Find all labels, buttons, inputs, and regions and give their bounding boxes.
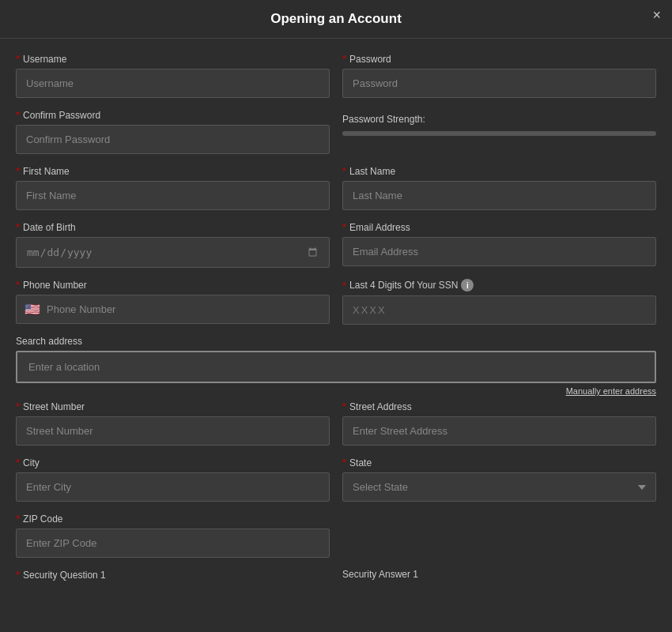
confirm-password-label: * Confirm Password: [16, 109, 330, 121]
phone-input[interactable]: [47, 295, 321, 323]
username-label: * Username: [16, 53, 330, 65]
col-zip: * ZIP Code: [16, 513, 330, 558]
phone-required-star: *: [16, 279, 20, 291]
city-label: * City: [16, 457, 330, 468]
row-confirm-password: * Confirm Password Password Strength:: [16, 109, 656, 154]
state-label: * State: [342, 457, 656, 468]
row-dob-email: * Date of Birth * Email Address: [16, 221, 656, 268]
col-email: * Email Address: [342, 221, 656, 268]
col-street-address: * Street Address: [342, 401, 656, 446]
password-input[interactable]: [342, 69, 656, 98]
phone-label: * Phone Number: [16, 279, 330, 291]
col-password: * Password: [342, 53, 656, 98]
row-name: * First Name * Last Name: [16, 165, 656, 210]
phone-input-wrapper: 🇺🇸: [16, 295, 330, 324]
col-phone: * Phone Number 🇺🇸: [16, 279, 330, 325]
dob-input[interactable]: [16, 237, 330, 268]
row-username-password: * Username * Password: [16, 53, 656, 98]
col-last-name: * Last Name: [342, 165, 656, 210]
street-number-required-star: *: [16, 401, 20, 412]
col-ssn: * Last 4 Digits Of Your SSN i: [342, 279, 656, 325]
col-city: * City: [16, 457, 330, 502]
security-q1-required-star: *: [16, 569, 20, 581]
street-number-label: * Street Number: [16, 401, 330, 412]
search-address-label: Search address: [16, 336, 656, 347]
last-name-required-star: *: [342, 165, 346, 177]
first-name-input[interactable]: [16, 181, 330, 210]
password-label: * Password: [342, 53, 656, 65]
password-strength-bar: [342, 131, 656, 136]
confirm-password-input[interactable]: [16, 125, 330, 154]
password-strength-label: Password Strength:: [342, 114, 656, 125]
col-street-number: * Street Number: [16, 401, 330, 446]
email-required-star: *: [342, 221, 346, 233]
dob-required-star: *: [16, 221, 20, 233]
modal-container: Opening an Account × * Username * Passwo…: [0, 0, 672, 632]
dob-label: * Date of Birth: [16, 221, 330, 233]
col-username: * Username: [16, 53, 330, 98]
col-search-address: Search address Manually enter address: [16, 336, 656, 397]
username-input[interactable]: [16, 69, 330, 98]
modal-body: * Username * Password * Confirm Password: [0, 39, 672, 610]
zip-required-star: *: [16, 513, 20, 525]
street-address-required-star: *: [342, 401, 346, 412]
ssn-label: * Last 4 Digits Of Your SSN i: [342, 279, 656, 292]
col-state: * State Select StateAlabamaAlaskaArizona…: [342, 457, 656, 502]
state-select[interactable]: Select StateAlabamaAlaskaArizonaArkansas…: [342, 472, 656, 502]
col-dob: * Date of Birth: [16, 221, 330, 268]
email-label: * Email Address: [342, 221, 656, 233]
row-search-address: Search address Manually enter address: [16, 336, 656, 397]
col-first-name: * First Name: [16, 165, 330, 210]
state-required-star: *: [342, 457, 346, 468]
email-input[interactable]: [342, 237, 656, 266]
col-security-question: * Security Question 1: [16, 569, 330, 585]
ssn-input[interactable]: [342, 295, 656, 325]
modal-header: Opening an Account ×: [0, 0, 672, 39]
col-password-strength: Password Strength:: [342, 109, 656, 154]
first-name-required-star: *: [16, 165, 20, 177]
us-flag-icon: 🇺🇸: [25, 302, 40, 317]
col-zip-spacer: [342, 513, 656, 558]
street-address-label: * Street Address: [342, 401, 656, 412]
row-security: * Security Question 1 Security Answer 1: [16, 569, 656, 585]
city-input[interactable]: [16, 472, 330, 502]
zip-input[interactable]: [16, 529, 330, 558]
row-street: * Street Number * Street Address: [16, 401, 656, 446]
close-button[interactable]: ×: [652, 8, 661, 22]
password-required-star: *: [342, 53, 346, 65]
confirm-password-required-star: *: [16, 109, 20, 121]
city-required-star: *: [16, 457, 20, 468]
row-zip: * ZIP Code: [16, 513, 656, 558]
street-number-input[interactable]: [16, 416, 330, 446]
street-address-input[interactable]: [342, 416, 656, 446]
zip-label: * ZIP Code: [16, 513, 330, 525]
ssn-required-star: *: [342, 280, 346, 292]
security-a1-label: Security Answer 1: [342, 569, 656, 580]
username-required-star: *: [16, 53, 20, 65]
search-address-input[interactable]: [16, 351, 656, 383]
col-security-answer: Security Answer 1: [342, 569, 656, 585]
manually-enter-link[interactable]: Manually enter address: [16, 386, 656, 396]
security-q1-label: * Security Question 1: [16, 569, 330, 581]
last-name-label: * Last Name: [342, 165, 656, 177]
first-name-label: * First Name: [16, 165, 330, 177]
col-confirm-password: * Confirm Password: [16, 109, 330, 154]
last-name-input[interactable]: [342, 181, 656, 210]
ssn-info-icon[interactable]: i: [461, 279, 474, 292]
row-phone-ssn: * Phone Number 🇺🇸 * Last 4 Digits Of You…: [16, 279, 656, 325]
modal-title: Opening an Account: [270, 11, 402, 26]
row-city-state: * City * State Select StateAlabamaAlaska…: [16, 457, 656, 502]
